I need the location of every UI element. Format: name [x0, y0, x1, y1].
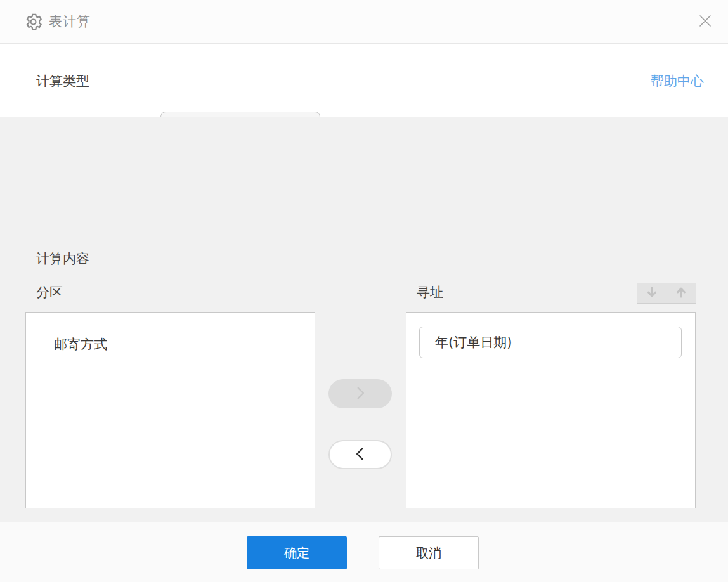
dialog-title: 表计算 [49, 13, 91, 30]
calc-type-row: 计算类型 差异 帮助中心 [0, 44, 728, 117]
dialog-footer: 确定 取消 [0, 522, 728, 582]
reorder-button-group [637, 283, 696, 304]
addressing-label: 寻址 [417, 283, 443, 301]
arrow-up-icon [675, 286, 687, 301]
compute-section-title: 计算内容 [36, 250, 89, 268]
addressing-listbox[interactable]: 年(订单日期) [406, 312, 696, 508]
close-icon [696, 11, 715, 32]
partition-listbox[interactable]: 邮寄方式 [25, 312, 315, 508]
partition-label: 分区 [36, 283, 63, 301]
move-to-addressing-button[interactable] [328, 379, 392, 408]
gear-icon [23, 12, 43, 32]
compute-using-section: 计算内容 分区 寻址 [0, 117, 728, 522]
move-up-button[interactable] [666, 283, 696, 304]
cancel-button[interactable]: 取消 [379, 536, 479, 569]
chevron-left-icon [352, 446, 368, 464]
arrow-down-icon [646, 286, 658, 301]
move-down-button[interactable] [637, 283, 666, 304]
help-center-link[interactable]: 帮助中心 [651, 72, 704, 90]
ok-button[interactable]: 确定 [247, 536, 347, 569]
partition-list-item[interactable]: 邮寄方式 [54, 335, 315, 353]
addressing-list-item[interactable]: 年(订单日期) [419, 327, 682, 358]
move-to-partition-button[interactable] [328, 440, 392, 469]
chevron-right-icon [352, 385, 368, 403]
table-calculation-dialog: 表计算 计算类型 差异 帮助中心 计算内容 分区 [0, 0, 728, 582]
calc-type-label: 计算类型 [36, 72, 89, 90]
dialog-header: 表计算 [0, 0, 728, 44]
close-button[interactable] [694, 10, 717, 33]
